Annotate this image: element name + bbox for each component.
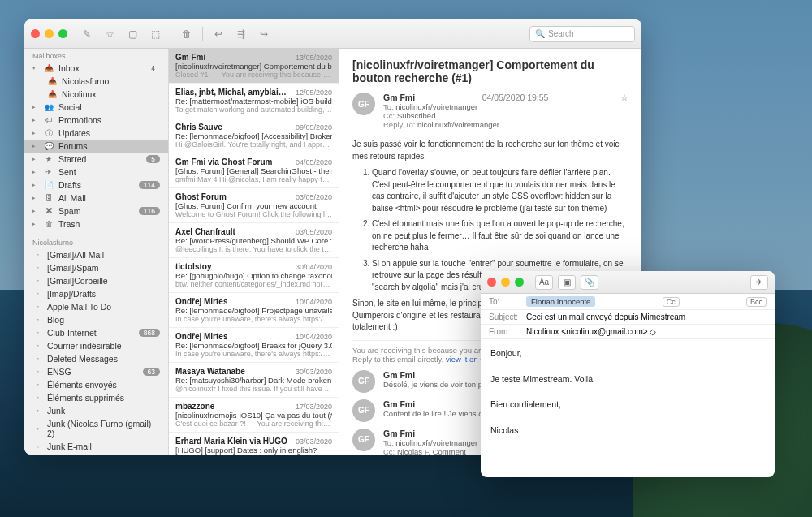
sidebar-folder[interactable]: ▫Deleted Messages bbox=[24, 352, 168, 365]
sidebar-folder[interactable]: ▫Apple Mail To Do bbox=[24, 300, 168, 313]
sidebar-folder[interactable]: ▫Junk E-mail bbox=[24, 440, 168, 453]
close-window[interactable] bbox=[487, 278, 496, 287]
folder-icon: 🗄 bbox=[44, 193, 54, 203]
compose-body[interactable]: Bonjour, Je teste Mimestream. Voilà. Bie… bbox=[481, 339, 775, 477]
sidebar-item[interactable]: ▸💬Forums bbox=[24, 140, 168, 153]
star-button[interactable]: ☆ bbox=[100, 26, 119, 42]
sidebar-folder[interactable]: ▫Club-Internet868 bbox=[24, 326, 168, 339]
font-button[interactable]: Aa bbox=[535, 275, 553, 290]
message-row[interactable]: Gm Fmi13/05/2020[nicolinuxfr/voiretmange… bbox=[169, 49, 339, 84]
folder-icon: ▫ bbox=[32, 406, 42, 416]
sidebar-item[interactable]: ▸🏷Promotions bbox=[24, 114, 168, 127]
folder-icon: ▫ bbox=[32, 341, 42, 351]
folder-icon: 🗑 bbox=[44, 219, 54, 229]
folder-icon: ▫ bbox=[32, 289, 42, 299]
zoom-window[interactable] bbox=[58, 29, 67, 38]
sidebar-folder[interactable]: ▫ENSG63 bbox=[24, 365, 168, 378]
folder-icon: ★ bbox=[44, 154, 54, 164]
search-input[interactable]: 🔍 Search bbox=[529, 26, 635, 42]
sidebar-item[interactable]: ▸🗑Trash bbox=[24, 218, 168, 230]
attach-button[interactable]: 📎 bbox=[581, 275, 598, 290]
folder-icon: ▫ bbox=[32, 328, 42, 338]
subject-field[interactable]: Subject: Ceci est un mail envoyé depuis … bbox=[481, 310, 775, 325]
forward-button[interactable]: ↪ bbox=[254, 26, 274, 42]
sidebar-item[interactable]: ▸🗄All Mail bbox=[24, 192, 168, 205]
sidebar-folder[interactable]: ▫Junk bbox=[24, 404, 168, 417]
sidebar-folder[interactable]: ▫Junk (Nicolas Furno (gmail) 2) bbox=[24, 417, 168, 440]
folder-icon: ▫ bbox=[32, 442, 42, 451]
folder-icon: 🏷 bbox=[44, 115, 54, 125]
sidebar-item[interactable]: ▸★Starred5 bbox=[24, 153, 168, 166]
message-row[interactable]: Erhard Maria Klein via HUGO03/03/2020[HU… bbox=[169, 433, 339, 455]
disclosure-icon: ▸ bbox=[32, 117, 39, 123]
sidebar-folder[interactable]: ▫Éléments supprimés bbox=[24, 391, 168, 404]
sidebar-item[interactable]: ▸✈Sent bbox=[24, 166, 168, 179]
sidebar-folder[interactable]: ▫Blog bbox=[24, 313, 168, 326]
sidebar-item[interactable]: ▸🗙Spam116 bbox=[24, 205, 168, 218]
disclosure-icon: ▸ bbox=[32, 143, 39, 149]
compose-button[interactable]: ✎ bbox=[77, 26, 97, 42]
message-row[interactable]: Ondřej Mirtes10/04/2020Re: [lemonmade/bi… bbox=[169, 328, 339, 363]
disclosure-icon: ▸ bbox=[32, 182, 39, 188]
header-date: 04/05/2020 19:55 bbox=[482, 93, 549, 102]
sidebar-item[interactable]: ▸👥Social bbox=[24, 101, 168, 114]
photo-button[interactable]: ▣ bbox=[558, 275, 576, 290]
folder-icon: ▫ bbox=[32, 354, 42, 364]
folder-icon: ▫ bbox=[32, 424, 42, 433]
disclosure-icon: ▸ bbox=[32, 130, 39, 136]
sidebar-account[interactable]: 📥Nicolasfurno bbox=[24, 75, 168, 88]
message-row[interactable]: Ondřej Mirtes10/04/2020Re: [lemonmade/bi… bbox=[169, 293, 339, 328]
sidebar-folder[interactable]: ▫[Gmail]/All Mail bbox=[24, 248, 168, 261]
star-icon[interactable]: ☆ bbox=[620, 93, 628, 102]
folder-icon: 👥 bbox=[44, 102, 54, 112]
compose-window: Aa ▣ 📎 ✈ To: Florian Innocente Cc Bcc Su… bbox=[481, 271, 775, 477]
message-row[interactable]: Axel Chanfrault03/05/2020Re: [WordPress/… bbox=[169, 223, 339, 258]
disclosure-icon: ▸ bbox=[32, 208, 39, 214]
minimize-window[interactable] bbox=[45, 29, 54, 38]
to-field[interactable]: To: Florian Innocente Cc Bcc bbox=[481, 294, 775, 310]
sidebar-account[interactable]: 📥Nicolinux bbox=[24, 88, 168, 101]
message-row[interactable]: tictolstoy30/04/2020Re: [gohugoio/hugo] … bbox=[169, 258, 339, 293]
from-field[interactable]: From: Nicolinux <nicolinux@gmail.com> ◇ bbox=[481, 325, 775, 339]
message-row[interactable]: Masaya Watanabe30/03/2020Re: [matsuyoshi… bbox=[169, 363, 339, 398]
message-title: [nicolinuxfr/voiretmanger] Comportement … bbox=[352, 58, 628, 84]
reply-button[interactable]: ↩ bbox=[209, 26, 228, 42]
send-button[interactable]: ✈ bbox=[750, 275, 768, 290]
zoom-window[interactable] bbox=[515, 278, 524, 287]
close-window[interactable] bbox=[31, 29, 40, 38]
move-button[interactable]: ⬚ bbox=[145, 26, 165, 42]
folder-icon: ▫ bbox=[32, 302, 42, 312]
sidebar-folder[interactable]: ▫[Gmail]/Spam bbox=[24, 261, 168, 274]
sidebar-folder[interactable]: ▫Courrier indésirable bbox=[24, 339, 168, 352]
compose-toolbar: Aa ▣ 📎 ✈ bbox=[481, 271, 775, 294]
disclosure-icon: ▸ bbox=[32, 169, 39, 175]
disclosure-icon: ▾ bbox=[32, 65, 39, 71]
message-row[interactable]: Ghost Forum03/05/2020[Ghost Forum] Confi… bbox=[169, 188, 339, 223]
toolbar: ✎ ☆ ▢ ⬚ 🗑 ↩ ⇶ ↪ 🔍 Search bbox=[24, 19, 641, 49]
message-row[interactable]: Gm Fmi via Ghost Forum04/05/2020[Ghost F… bbox=[169, 153, 339, 188]
search-icon: 🔍 bbox=[535, 29, 545, 38]
sidebar-item[interactable]: ▸📄Drafts114 bbox=[24, 179, 168, 192]
avatar: GF bbox=[352, 429, 375, 451]
inbox-icon: 📥 bbox=[44, 63, 54, 73]
folder-icon: ▫ bbox=[32, 380, 42, 390]
folder-icon: ▫ bbox=[32, 263, 42, 273]
archive-button[interactable]: ▢ bbox=[123, 26, 142, 42]
sidebar-folder[interactable]: ▫Notes bbox=[24, 453, 168, 455]
recipient-pill[interactable]: Florian Innocente bbox=[526, 296, 595, 307]
message-row[interactable]: Elias, jnbt, Michal, amyblais, Anton, Ma… bbox=[169, 84, 339, 118]
reply-all-button[interactable]: ⇶ bbox=[231, 26, 251, 42]
sidebar-folder[interactable]: ▫[Imap]/Drafts bbox=[24, 287, 168, 300]
sidebar-folder[interactable]: ▫[Gmail]Corbeille bbox=[24, 274, 168, 287]
folder-icon: ▫ bbox=[32, 315, 42, 325]
message-row[interactable]: mbazzone17/03/2020[nicolinuxfr/emojis-iO… bbox=[169, 398, 339, 433]
delete-button[interactable]: 🗑 bbox=[177, 26, 197, 42]
disclosure-icon: ▸ bbox=[32, 104, 39, 110]
sidebar-item[interactable]: ▸ⓘUpdates bbox=[24, 127, 168, 140]
sidebar-folder[interactable]: ▫Éléments envoyés bbox=[24, 378, 168, 391]
cc-button[interactable]: Cc bbox=[663, 297, 680, 307]
sidebar-inbox[interactable]: ▾ 📥 Inbox 4 bbox=[24, 62, 168, 75]
minimize-window[interactable] bbox=[501, 278, 510, 287]
bcc-button[interactable]: Bcc bbox=[746, 297, 767, 307]
message-row[interactable]: Chris Sauve09/05/2020Re: [lemonmade/bigf… bbox=[169, 118, 339, 153]
